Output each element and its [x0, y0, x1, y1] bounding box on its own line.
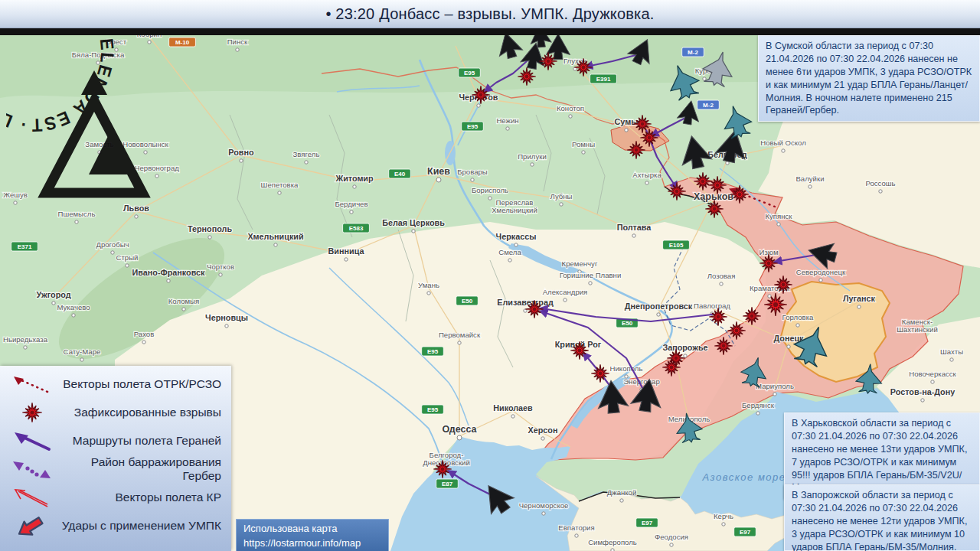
road-sign: E371: [11, 242, 38, 251]
svg-text:Мукачево: Мукачево: [57, 303, 90, 311]
svg-text:Бердянск: Бердянск: [742, 401, 775, 409]
svg-text:М-2: М-2: [703, 102, 714, 109]
umpk-arrow-icon: [5, 514, 60, 538]
gerber-dotted-icon: [5, 458, 60, 481]
svg-text:E97: E97: [642, 520, 653, 527]
svg-text:Харьков: Харьков: [694, 191, 733, 202]
svg-text:E95: E95: [464, 70, 475, 77]
svg-text:Новочеркасск: Новочеркасск: [909, 370, 956, 378]
svg-text:Ньиредьхаза: Ньиредьхаза: [3, 335, 48, 344]
road-sign: М-2: [682, 47, 704, 57]
svg-text:Черкассы: Черкассы: [496, 232, 537, 241]
svg-text:Павлоград: Павлоград: [694, 302, 730, 310]
city-label: ПереяславХмельницкий: [492, 198, 537, 214]
svg-text:E50: E50: [462, 298, 473, 305]
svg-text:E97: E97: [740, 529, 751, 536]
svg-text:Черновцы: Черновцы: [205, 313, 248, 322]
svg-text:Запорожье: Запорожье: [662, 343, 707, 352]
divider-band: [0, 28, 980, 35]
svg-text:Полтава: Полтава: [617, 223, 652, 232]
svg-text:Россошь: Россошь: [865, 179, 895, 187]
svg-text:Звягель: Звягель: [293, 150, 320, 158]
svg-text:E391: E391: [596, 76, 611, 83]
svg-text:Сумы: Сумы: [615, 117, 639, 126]
road-sign: E105: [663, 240, 690, 249]
city-label: Белгород-Днестровский: [423, 451, 470, 467]
legend-item: Векторы полета ОТРК/РСЗО: [5, 370, 224, 398]
svg-text:Никополь: Никополь: [610, 364, 643, 373]
svg-text:Пинск: Пинск: [227, 37, 248, 46]
road-sign: E50: [456, 296, 479, 305]
svg-text:Винница: Винница: [328, 246, 365, 256]
svg-text:Елизаветград: Елизаветград: [497, 298, 554, 307]
road-sign: E95: [462, 122, 484, 131]
svg-text:E40: E40: [394, 171, 406, 178]
legend-item: Маршруты полета Гераней: [5, 426, 224, 455]
road-sign: М-2: [697, 100, 720, 109]
legend-item: Удары с применением УМПК: [5, 511, 224, 540]
svg-text:ПереяславХмельницкий: ПереяславХмельницкий: [492, 198, 537, 214]
svg-text:Кременчуг: Кременчуг: [562, 259, 598, 268]
svg-text:Валуйки: Валуйки: [795, 174, 824, 183]
attribution-text: Использована карта: [243, 522, 381, 536]
svg-text:Сату-Маре: Сату-Маре: [64, 347, 101, 356]
svg-text:Херсон: Херсон: [528, 425, 558, 435]
info-box-sumy: В Сумской области за период с 07:30 21.0…: [758, 35, 980, 122]
lostarmour-logo-icon: [46, 70, 142, 193]
svg-text:Коломыя: Коломыя: [168, 297, 199, 305]
svg-text:Борисполь: Борисполь: [472, 186, 508, 194]
svg-text:Нежин: Нежин: [496, 116, 518, 125]
svg-text:Дрогобыч: Дрогобыч: [96, 240, 129, 249]
svg-text:E95: E95: [427, 348, 439, 355]
svg-text:Каменск-Шахтинский: Каменск-Шахтинский: [897, 318, 938, 334]
svg-text:Первомайск: Первомайск: [439, 331, 481, 339]
svg-text:Прилуки: Прилуки: [518, 152, 547, 161]
map-attribution: Использована карта https://lostarmour.in…: [236, 519, 389, 551]
svg-text:Умань: Умань: [418, 281, 439, 289]
explosion-star-icon: [5, 401, 60, 424]
svg-text:Керчь: Керчь: [714, 512, 733, 520]
svg-text:М-2: М-2: [688, 49, 698, 56]
svg-text:Горловка: Горловка: [782, 313, 814, 321]
road-sign: E95: [422, 405, 444, 414]
legend-item: Район барражирования Гербер: [5, 455, 224, 483]
svg-text:E105: E105: [669, 242, 684, 249]
attribution-link[interactable]: https://lostarmour.info/map: [243, 536, 381, 551]
legend-item-label: Векторы полета ОТРК/РСЗО: [60, 377, 224, 391]
svg-text:Киев: Киев: [427, 166, 450, 177]
svg-text:Тернополь: Тернополь: [188, 224, 232, 233]
road-sign: E40: [389, 169, 411, 178]
svg-text:Мариуполь: Мариуполь: [756, 382, 794, 390]
svg-text:Симферополь: Симферополь: [588, 538, 637, 546]
svg-text:Шахты: Шахты: [940, 347, 963, 356]
road-sign: E583: [343, 223, 370, 233]
svg-text:Шепетовка: Шепетовка: [261, 181, 299, 189]
geran-arrow-icon: [5, 429, 60, 452]
legend-panel: Векторы полета ОТРК/РСЗО Зафиксированные…: [0, 366, 231, 551]
svg-text:Смела: Смела: [498, 248, 521, 256]
legend-item: Векторы полета КР: [5, 483, 224, 511]
svg-text:Хмельницкий: Хмельницкий: [247, 232, 303, 241]
screenshot-frame: Азовское море E40E95E95E95E95E391E50E50E…: [0, 0, 980, 551]
svg-text:Купянск: Купянск: [765, 212, 792, 220]
svg-text:Рахов: Рахов: [134, 330, 155, 338]
svg-text:Стрый: Стрый: [116, 253, 139, 262]
svg-text:Днепропетровск: Днепропетровск: [625, 302, 693, 311]
otrk-dotted-arrow-icon: [5, 373, 60, 396]
legend-item-label: Удары с применением УМПК: [60, 519, 224, 533]
road-sign: E95: [422, 347, 444, 356]
svg-text:Черноморское: Черноморское: [519, 501, 569, 510]
svg-text:E95: E95: [467, 123, 479, 130]
legend-item: Зафиксированные взрывы: [5, 398, 224, 426]
video-title-bar: • 23:20 Донбасс – взрывы. УМПК. Дружковк…: [0, 0, 980, 28]
road-sign: E87: [436, 479, 459, 488]
svg-text:Белая Церковь: Белая Церковь: [382, 218, 445, 227]
sea-label: Азовское море: [701, 471, 786, 483]
legend-item-label: Район барражирования Гербер: [60, 455, 224, 483]
legend-item-label: Маршруты полета Гераней: [60, 434, 224, 448]
svg-text:E87: E87: [442, 481, 453, 487]
legend-item-label: Зафиксированные взрывы: [60, 406, 224, 419]
svg-text:E371: E371: [18, 243, 32, 250]
svg-text:Лозовая: Лозовая: [707, 272, 736, 280]
svg-text:Конотоп: Конотоп: [557, 104, 584, 112]
